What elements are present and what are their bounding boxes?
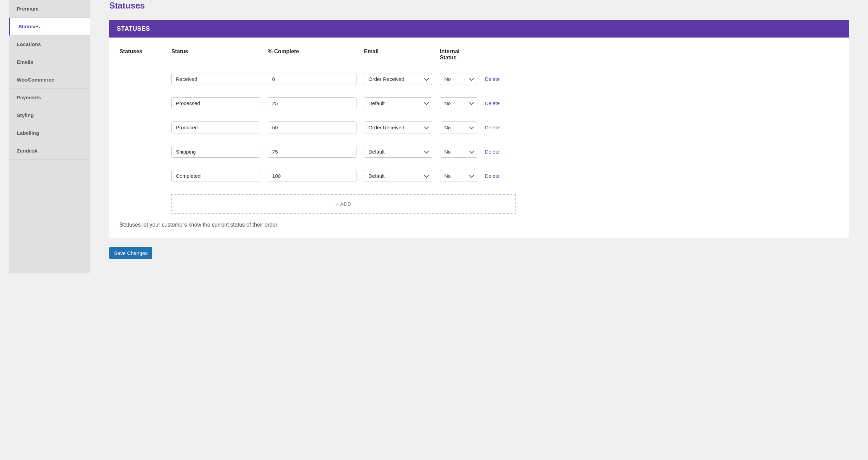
status-name-input[interactable] xyxy=(171,97,260,109)
status-internal-select[interactable]: No xyxy=(440,146,477,158)
statuses-table: Statuses Status % Complete Email Interna… xyxy=(120,45,839,228)
table-row-label: Statuses xyxy=(120,45,164,67)
settings-sidebar: Premium Statuses Locations Emails WooCom… xyxy=(9,0,90,273)
status-email-select[interactable]: Order Received xyxy=(364,73,432,85)
status-email-select[interactable]: Order Received xyxy=(364,121,432,133)
status-delete-link[interactable]: Delete xyxy=(485,73,500,82)
status-name-input[interactable] xyxy=(171,170,260,182)
status-email-select[interactable]: Default xyxy=(364,97,432,109)
sidebar-item-payments[interactable]: Payments xyxy=(9,89,90,106)
column-header-status: Status xyxy=(171,45,260,67)
status-internal-select[interactable]: No xyxy=(440,97,477,109)
statuses-panel: STATUSES Statuses Status % Complete Emai… xyxy=(109,20,849,238)
sidebar-item-styling[interactable]: Styling xyxy=(9,106,90,124)
status-delete-link[interactable]: Delete xyxy=(485,97,500,106)
sidebar-item-locations[interactable]: Locations xyxy=(9,35,90,53)
status-complete-input[interactable] xyxy=(268,73,356,85)
status-delete-link[interactable]: Delete xyxy=(485,170,500,179)
column-header-complete: % Complete xyxy=(268,45,356,67)
status-complete-input[interactable] xyxy=(268,97,356,109)
status-complete-input[interactable] xyxy=(268,121,356,133)
save-changes-button[interactable]: Save Changes xyxy=(109,247,152,259)
sidebar-item-woocommerce[interactable]: WooCommerce xyxy=(9,71,90,89)
status-internal-select[interactable]: No xyxy=(440,170,477,182)
main-content: Statuses STATUSES Statuses Status % Comp… xyxy=(90,0,868,273)
status-email-select[interactable]: Default xyxy=(364,146,432,158)
status-delete-link[interactable]: Delete xyxy=(485,121,500,130)
status-internal-select[interactable]: No xyxy=(440,73,477,85)
status-name-input[interactable] xyxy=(171,146,260,158)
status-name-input[interactable] xyxy=(171,121,260,133)
column-header-internal: Internal Status xyxy=(440,45,477,67)
page-title: Statuses xyxy=(109,0,849,11)
status-internal-select[interactable]: No xyxy=(440,121,477,133)
status-delete-link[interactable]: Delete xyxy=(485,146,500,155)
column-header-actions xyxy=(485,45,516,67)
status-email-select[interactable]: Default xyxy=(364,170,432,182)
status-complete-input[interactable] xyxy=(268,146,356,158)
sidebar-item-statuses[interactable]: Statuses xyxy=(9,18,90,35)
add-status-button[interactable]: + ADD xyxy=(171,194,516,214)
sidebar-item-labelling[interactable]: Labelling xyxy=(9,124,90,142)
column-header-email: Email xyxy=(364,45,432,67)
sidebar-item-premium[interactable]: Premium xyxy=(9,0,90,18)
sidebar-item-emails[interactable]: Emails xyxy=(9,53,90,71)
status-complete-input[interactable] xyxy=(268,170,356,182)
status-name-input[interactable] xyxy=(171,73,260,85)
panel-header: STATUSES xyxy=(109,20,849,38)
sidebar-item-zendesk[interactable]: Zendesk xyxy=(9,142,90,160)
statuses-description: Statuses let your customers know the cur… xyxy=(120,222,516,228)
